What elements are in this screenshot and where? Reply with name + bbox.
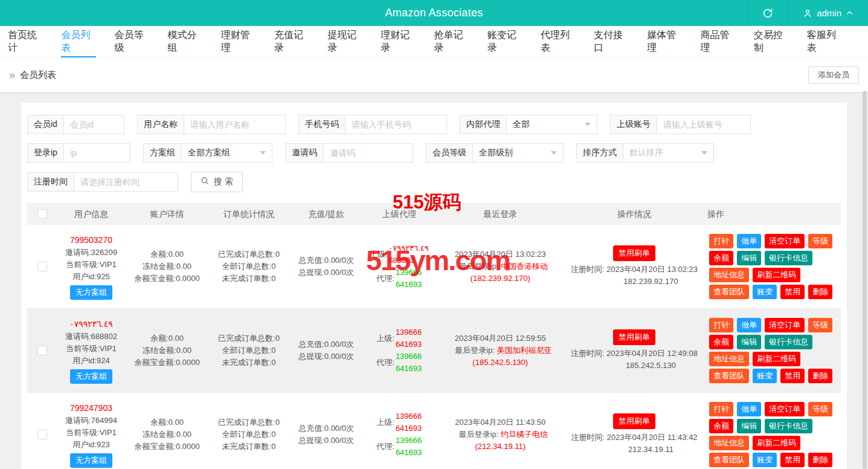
action-button[interactable]: 编辑 <box>737 419 761 433</box>
action-button[interactable]: 地址信息 <box>709 268 749 282</box>
filter-register-time: 注册时间 <box>27 172 178 192</box>
select-internal-agent[interactable]: 全部 <box>507 115 597 134</box>
action-button[interactable]: 禁用 <box>780 369 805 383</box>
filter-user-name: 用户名称 <box>137 115 286 134</box>
action-button[interactable]: 删除 <box>808 285 832 299</box>
nav-tab-10[interactable]: 账变记录 <box>487 26 522 57</box>
action-button[interactable]: 等级 <box>808 318 832 332</box>
nav-tab-5[interactable]: 理财管理 <box>221 26 256 57</box>
chevron-down-icon <box>260 151 266 155</box>
action-button[interactable]: 清空订单 <box>765 234 805 248</box>
action-button[interactable]: 查看团队 <box>709 285 749 299</box>
parent-agent-value: 641693 <box>396 422 422 435</box>
input-phone[interactable] <box>346 115 447 134</box>
action-button[interactable]: 打针 <box>709 402 733 416</box>
action-button[interactable]: 等级 <box>808 402 832 416</box>
nav-tab-4[interactable]: 模式分组 <box>168 26 203 57</box>
nav-tab-7[interactable]: 提现记录 <box>327 26 362 57</box>
row-checkbox[interactable] <box>37 262 47 271</box>
select-value-sort-order: 默认排序 <box>629 147 663 158</box>
sub-agent-value: 139666 <box>396 267 422 279</box>
action-button[interactable]: 清空订单 <box>765 318 805 332</box>
action-button[interactable]: 刷新二维码 <box>753 268 800 282</box>
filter-member-level: 会员等级全部级别 <box>426 143 564 163</box>
action-button[interactable]: 查看团队 <box>709 369 749 383</box>
action-button[interactable]: 打针 <box>709 234 733 248</box>
action-button[interactable]: 做单 <box>737 402 761 416</box>
action-button[interactable]: 银行卡信息 <box>765 419 812 433</box>
action-button[interactable]: 刷新二维码 <box>753 436 800 450</box>
action-button[interactable]: 查看团队 <box>709 453 749 467</box>
nav-tab-16[interactable]: 客服列表 <box>807 26 842 57</box>
action-button[interactable]: 等级 <box>808 234 832 248</box>
last-login-location: 约旦橘子电信 <box>501 430 548 439</box>
action-button[interactable]: 禁用 <box>780 453 805 467</box>
action-button[interactable]: 余额 <box>709 419 733 433</box>
nav-tab-15[interactable]: 交易控制 <box>754 26 789 57</box>
action-button[interactable]: 打针 <box>709 318 733 332</box>
action-button[interactable]: 余额 <box>709 251 733 265</box>
filter-label-phone: 手机号码 <box>298 115 346 134</box>
action-button[interactable]: 编辑 <box>737 335 761 349</box>
username-link[interactable]: 799503270 <box>70 234 112 246</box>
last-login-ip: (212.34.19.11) <box>475 441 526 453</box>
last-login-ip-label: 最后登录ip: <box>455 346 497 355</box>
add-member-button[interactable]: 添加会员 <box>808 66 859 84</box>
user-menu[interactable]: admin <box>788 0 868 26</box>
nav-tab-6[interactable]: 充值记录 <box>274 26 309 57</box>
action-button[interactable]: 地址信息 <box>709 352 749 366</box>
action-button[interactable]: 做单 <box>737 318 761 332</box>
plan-group-badge: 无方案组 <box>70 453 112 468</box>
input-user-name[interactable] <box>184 115 286 134</box>
user-info-line: 用户id:923 <box>72 439 109 451</box>
action-button[interactable]: 删除 <box>808 369 832 383</box>
table-row: ٠٧٩٩٢٣٦.٤٩邀请码:688802当前等级:VIP1用户id:924无方案… <box>27 309 841 393</box>
nav-tab-8[interactable]: 理财记录 <box>381 26 416 57</box>
action-button[interactable]: 刷新二维码 <box>753 352 800 366</box>
nav-tab-11[interactable]: 代理列表 <box>541 26 576 57</box>
select-member-level[interactable]: 全部级别 <box>473 143 564 163</box>
register-time-line: 注册时间: 2023年04月20日 12:49:08 <box>571 348 698 360</box>
vertical-scrollbar[interactable] <box>863 91 867 469</box>
order-line: 未完成订单数:0 <box>222 441 276 453</box>
action-button[interactable]: 账变 <box>753 453 777 467</box>
input-invite-code[interactable] <box>324 143 413 163</box>
action-button[interactable]: 银行卡信息 <box>765 251 812 265</box>
select-sort-order[interactable]: 默认排序 <box>623 143 714 163</box>
input-member-id[interactable] <box>64 115 124 134</box>
refresh-button[interactable] <box>747 0 788 26</box>
nav-tab-1[interactable]: 首页统计 <box>8 26 43 57</box>
nav-tab-12[interactable]: 支付接口 <box>594 26 629 57</box>
input-register-time[interactable] <box>74 172 178 192</box>
column-header: 充值/提款 <box>289 203 364 225</box>
action-button[interactable]: 账变 <box>753 285 777 299</box>
input-parent-account[interactable] <box>657 115 751 134</box>
username-link[interactable]: 799247903 <box>70 402 112 414</box>
action-button[interactable]: 余额 <box>709 335 733 349</box>
search-button[interactable]: 搜 索 <box>191 172 243 192</box>
nav-tab-9[interactable]: 抢单记录 <box>434 26 469 57</box>
nav-tab-14[interactable]: 商品管理 <box>700 26 735 57</box>
action-button[interactable]: 清空订单 <box>765 402 805 416</box>
input-login-ip[interactable] <box>64 143 130 163</box>
filter-label-user-name: 用户名称 <box>137 115 184 134</box>
row-checkbox[interactable] <box>37 430 47 439</box>
select-all-checkbox[interactable] <box>37 209 47 219</box>
action-button[interactable]: 编辑 <box>737 251 761 265</box>
row-checkbox[interactable] <box>37 346 47 355</box>
action-button[interactable]: 银行卡信息 <box>765 335 812 349</box>
last-login-ip-line: 最后登录ip: 美国加利福尼亚 <box>449 344 551 357</box>
nav-tab-3[interactable]: 会员等级 <box>114 26 149 57</box>
chevron-down-icon <box>701 151 707 155</box>
action-button[interactable]: 地址信息 <box>709 436 749 450</box>
select-plan-group[interactable]: 全部方案组 <box>182 143 272 163</box>
username-link[interactable]: ٠٧٩٩٢٣٦.٤٩ <box>69 318 113 330</box>
chevron-down-icon <box>585 123 591 126</box>
action-button[interactable]: 删除 <box>808 453 832 467</box>
nav-tab-13[interactable]: 媒体管理 <box>647 26 682 57</box>
action-button[interactable]: 禁用 <box>780 285 805 299</box>
nav-tab-2[interactable]: 会员列表 <box>61 26 96 57</box>
action-button[interactable]: 账变 <box>753 369 777 383</box>
action-button[interactable]: 做单 <box>737 234 761 248</box>
app-title: Amazon Associates <box>385 7 483 19</box>
